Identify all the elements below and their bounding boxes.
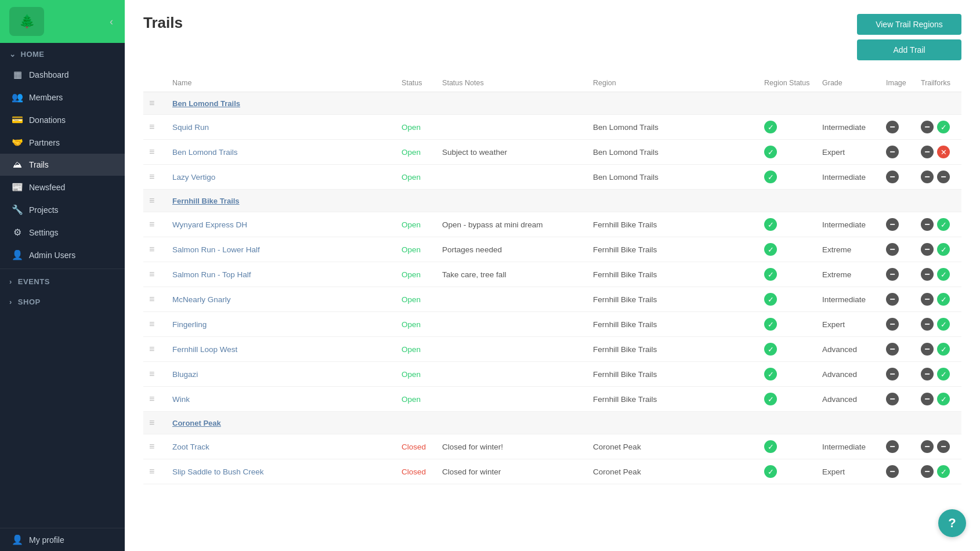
- members-icon: 👥: [12, 92, 23, 103]
- drag-handle-icon[interactable]: ≡: [149, 441, 154, 451]
- trail-name-link[interactable]: Blugazi: [172, 370, 198, 379]
- trail-name[interactable]: Ben Lomond Trails: [167, 140, 396, 165]
- trail-name-link[interactable]: Slip Saddle to Bush Creek: [172, 467, 264, 476]
- sidebar-item-newsfeed[interactable]: 📰 Newsfeed: [0, 176, 125, 198]
- drag-handle-icon[interactable]: ≡: [149, 418, 154, 427]
- trail-name[interactable]: Wynyard Express DH: [167, 212, 396, 237]
- drag-handle-icon[interactable]: ≡: [149, 98, 154, 108]
- sidebar-item-label: Newsfeed: [29, 183, 65, 192]
- drag-handle-icon[interactable]: ≡: [149, 319, 154, 329]
- drag-handle-icon[interactable]: ≡: [149, 369, 154, 379]
- drag-handle-icon[interactable]: ≡: [149, 394, 154, 404]
- sidebar-item-settings[interactable]: ⚙ Settings: [0, 221, 125, 244]
- drag-handle-icon[interactable]: ≡: [149, 244, 154, 254]
- drag-handle-icon[interactable]: ≡: [149, 294, 154, 304]
- region-status-icon: ✓: [764, 343, 777, 356]
- trail-image: −: [880, 262, 915, 287]
- drag-handle-icon[interactable]: ≡: [149, 172, 154, 182]
- trail-status-notes: Portages needed: [436, 237, 587, 262]
- trail-status: Closed: [396, 434, 436, 459]
- sidebar-collapse-button[interactable]: ‹: [107, 13, 115, 30]
- home-section-label: HOME: [21, 50, 45, 59]
- sidebar-section-shop[interactable]: › SHOP: [0, 292, 125, 312]
- image-dash-icon: −: [886, 293, 899, 306]
- trail-region: Fernhill Bike Trails: [587, 362, 758, 387]
- trail-image: −: [880, 362, 915, 387]
- table-row: ≡ Wink Open Fernhill Bike Trails ✓ Advan…: [143, 387, 961, 412]
- sidebar-item-members[interactable]: 👥 Members: [0, 86, 125, 108]
- group-name[interactable]: Coronet Peak: [167, 412, 961, 434]
- dashboard-icon: ▦: [12, 69, 23, 80]
- drag-handle-icon[interactable]: ≡: [149, 466, 154, 476]
- trail-name-link[interactable]: McNearly Gnarly: [172, 295, 231, 304]
- drag-handle-icon[interactable]: ≡: [149, 219, 154, 229]
- group-name-link[interactable]: Fernhill Bike Trails: [172, 197, 240, 205]
- region-status-icon: ✓: [764, 293, 777, 306]
- trail-name-link[interactable]: Fingerling: [172, 320, 207, 329]
- image-dash-icon: −: [886, 268, 899, 281]
- drag-handle-icon[interactable]: ≡: [149, 122, 154, 132]
- sidebar-item-partners[interactable]: 🤝 Partners: [0, 131, 125, 154]
- logo-icon: 🌲: [19, 14, 35, 29]
- trail-name-link[interactable]: Fernhill Loop West: [172, 345, 237, 354]
- group-name-link[interactable]: Ben Lomond Trails: [172, 99, 240, 108]
- trail-name[interactable]: Salmon Run - Lower Half: [167, 237, 396, 262]
- view-trail-regions-button[interactable]: View Trail Regions: [857, 14, 961, 35]
- add-trail-button[interactable]: Add Trail: [857, 39, 961, 60]
- trail-status: Open: [396, 212, 436, 237]
- trail-name[interactable]: Wink: [167, 387, 396, 412]
- trail-region-status: ✓: [758, 212, 816, 237]
- drag-handle-icon[interactable]: ≡: [149, 147, 154, 157]
- trail-name[interactable]: Blugazi: [167, 362, 396, 387]
- trail-name[interactable]: Zoot Track: [167, 434, 396, 459]
- group-name-link[interactable]: Coronet Peak: [172, 419, 221, 427]
- trail-grade: Expert: [816, 459, 880, 484]
- trail-status: Open: [396, 140, 436, 165]
- trail-name[interactable]: Fernhill Loop West: [167, 337, 396, 362]
- sidebar-item-admin-users[interactable]: 👤 Admin Users: [0, 244, 125, 266]
- sidebar-item-projects[interactable]: 🔧 Projects: [0, 198, 125, 221]
- sidebar-section-events[interactable]: › EVENTS: [0, 271, 125, 292]
- events-section-label: EVENTS: [18, 277, 50, 286]
- trailforks-dash-icon: −: [921, 146, 934, 158]
- trail-name-link[interactable]: Salmon Run - Top Half: [172, 270, 251, 279]
- trail-trailforks: − ✓: [915, 262, 961, 287]
- drag-handle-icon[interactable]: ≡: [149, 344, 154, 354]
- trail-name-link[interactable]: Wynyard Express DH: [172, 220, 247, 229]
- trailforks-icon: ✓: [937, 218, 950, 231]
- trail-name[interactable]: Salmon Run - Top Half: [167, 262, 396, 287]
- trail-region-status: ✓: [758, 459, 816, 484]
- trail-name[interactable]: Fingerling: [167, 312, 396, 337]
- sidebar-item-donations[interactable]: 💳 Donations: [0, 108, 125, 131]
- trail-name-link[interactable]: Lazy Vertigo: [172, 173, 215, 182]
- group-name[interactable]: Fernhill Bike Trails: [167, 190, 961, 212]
- help-button[interactable]: ?: [938, 509, 966, 537]
- sidebar-item-trails[interactable]: ⛰ Trails: [0, 154, 125, 176]
- trail-name-link[interactable]: Zoot Track: [172, 443, 209, 451]
- group-drag: ≡: [143, 412, 167, 434]
- trail-name-link[interactable]: Ben Lomond Trails: [172, 148, 238, 157]
- trail-trailforks: − ✓: [915, 212, 961, 237]
- trail-status-notes: Subject to weather: [436, 140, 587, 165]
- image-dash-icon: −: [886, 440, 899, 453]
- drag-handle-icon[interactable]: ≡: [149, 195, 154, 205]
- sidebar: 🌲 ‹ ⌄ HOME ▦ Dashboard 👥 Members 💳 Donat…: [0, 0, 125, 551]
- trail-name[interactable]: Slip Saddle to Bush Creek: [167, 459, 396, 484]
- trail-name-link[interactable]: Wink: [172, 395, 190, 404]
- trail-name-link[interactable]: Squid Run: [172, 123, 209, 132]
- drag-handle-icon[interactable]: ≡: [149, 269, 154, 279]
- group-name[interactable]: Ben Lomond Trails: [167, 92, 961, 115]
- table-row: ≡ Salmon Run - Lower Half Open Portages …: [143, 237, 961, 262]
- trail-name-link[interactable]: Salmon Run - Lower Half: [172, 245, 260, 254]
- trail-status-notes: [436, 165, 587, 190]
- chevron-down-icon: ⌄: [9, 50, 16, 59]
- trailforks-icon: ✓: [937, 293, 950, 306]
- trail-name[interactable]: Lazy Vertigo: [167, 165, 396, 190]
- sidebar-item-my-profile[interactable]: 👤 My profile: [0, 528, 125, 551]
- trail-region: Fernhill Bike Trails: [587, 287, 758, 312]
- sidebar-item-dashboard[interactable]: ▦ Dashboard: [0, 63, 125, 86]
- trail-name[interactable]: McNearly Gnarly: [167, 287, 396, 312]
- trail-grade: Intermediate: [816, 434, 880, 459]
- trail-region-status: ✓: [758, 312, 816, 337]
- trail-name[interactable]: Squid Run: [167, 115, 396, 140]
